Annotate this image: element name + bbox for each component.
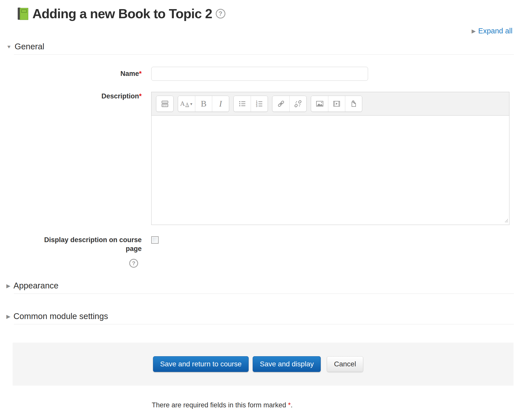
form-actions-panel: Save and return to course Save and displ… bbox=[13, 343, 513, 386]
description-label: Description* bbox=[101, 89, 142, 100]
svg-text:3: 3 bbox=[256, 105, 257, 108]
section-divider bbox=[14, 54, 514, 55]
media-icon[interactable] bbox=[328, 96, 345, 112]
italic-icon[interactable]: I bbox=[212, 96, 229, 112]
expand-all-row: ▶ Expand all bbox=[0, 27, 516, 35]
description-control-cell: AA▼ B I bbox=[151, 92, 516, 225]
caret-down-icon: ▼ bbox=[6, 44, 12, 49]
toolbar-group-media bbox=[311, 96, 362, 112]
page-title: Adding a new Book to Topic 2 bbox=[32, 6, 212, 21]
section-divider bbox=[14, 324, 514, 324]
toolbar-group-format: AA▼ B I bbox=[178, 96, 229, 112]
unlink-icon[interactable] bbox=[289, 96, 306, 112]
display-description-help-icon[interactable]: ? bbox=[129, 259, 138, 268]
file-icon[interactable] bbox=[345, 96, 362, 112]
save-and-display-button[interactable]: Save and display bbox=[253, 356, 321, 372]
unordered-list-icon[interactable] bbox=[234, 96, 251, 112]
description-field-row: Description* bbox=[0, 92, 516, 225]
font-family-icon[interactable]: AA▼ bbox=[178, 96, 195, 112]
description-label-cell: Description* bbox=[0, 92, 142, 225]
save-and-return-button[interactable]: Save and return to course bbox=[153, 356, 249, 372]
display-description-checkbox[interactable] bbox=[151, 236, 159, 244]
caret-right-icon: ▶ bbox=[6, 283, 10, 288]
name-label-cell: Name* bbox=[0, 69, 142, 78]
resize-handle-icon[interactable] bbox=[504, 219, 508, 224]
required-fields-note: There are required fields in this form m… bbox=[152, 401, 516, 409]
section-common-module-settings: ▶ Common module settings bbox=[0, 311, 516, 324]
caret-right-icon: ▶ bbox=[6, 314, 10, 319]
display-description-label-cell: Display description on course page ? bbox=[0, 236, 142, 268]
description-editor: AA▼ B I bbox=[151, 92, 509, 225]
ordered-list-icon[interactable]: 123 bbox=[251, 96, 268, 112]
display-description-control-cell bbox=[151, 236, 516, 268]
section-header-general[interactable]: ▼ General bbox=[0, 42, 516, 51]
cancel-button[interactable]: Cancel bbox=[327, 356, 363, 372]
section-header-appearance[interactable]: ▶ Appearance bbox=[0, 281, 516, 290]
name-input[interactable] bbox=[151, 67, 368, 81]
description-editor-area[interactable] bbox=[152, 116, 509, 225]
toolbar-group-links bbox=[272, 96, 307, 112]
required-note-text: There are required fields in this form m… bbox=[152, 401, 288, 409]
section-title-common-module-settings: Common module settings bbox=[13, 311, 108, 321]
toolbar-group-collapse bbox=[156, 96, 174, 112]
toggle-toolbar-icon[interactable] bbox=[156, 96, 173, 112]
section-header-common-module-settings[interactable]: ▶ Common module settings bbox=[0, 311, 516, 321]
display-description-label: Display description on course page bbox=[0, 236, 142, 253]
section-title-appearance: Appearance bbox=[13, 281, 58, 290]
link-icon[interactable] bbox=[272, 96, 289, 112]
required-asterisk: * bbox=[139, 92, 142, 100]
page-header: Adding a new Book to Topic 2 ? bbox=[0, 0, 516, 21]
section-general: ▼ General Name* Description* bbox=[0, 42, 516, 268]
name-label: Name* bbox=[120, 70, 142, 77]
required-asterisk: * bbox=[288, 401, 291, 409]
section-title-general: General bbox=[15, 42, 44, 51]
page-help-icon[interactable]: ? bbox=[216, 9, 225, 18]
required-note-period: . bbox=[291, 401, 293, 409]
book-icon bbox=[17, 7, 29, 20]
image-icon[interactable] bbox=[311, 96, 328, 112]
bold-icon[interactable]: B bbox=[195, 96, 212, 112]
expand-all-link[interactable]: Expand all bbox=[478, 27, 512, 35]
section-appearance: ▶ Appearance bbox=[0, 281, 516, 294]
editor-toolbar: AA▼ B I bbox=[152, 92, 509, 116]
name-field-row: Name* bbox=[0, 67, 516, 81]
display-description-row: Display description on course page ? bbox=[0, 236, 516, 268]
section-divider bbox=[14, 293, 514, 294]
caret-right-icon: ▶ bbox=[471, 28, 476, 34]
toolbar-group-lists: 123 bbox=[233, 96, 268, 112]
name-control-cell bbox=[151, 67, 516, 81]
add-book-form-page: Adding a new Book to Topic 2 ? ▶ Expand … bbox=[0, 0, 516, 420]
required-asterisk: * bbox=[139, 70, 142, 77]
